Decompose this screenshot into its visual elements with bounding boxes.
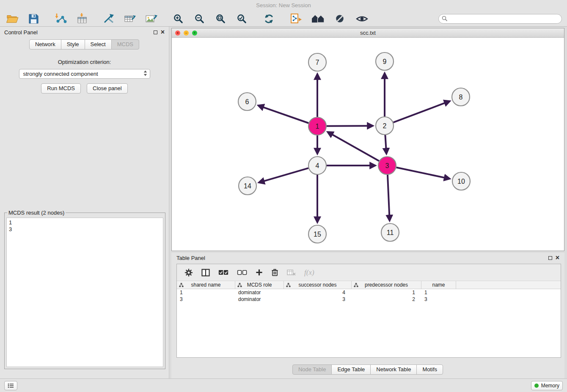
annotations-icon[interactable]: [333, 12, 347, 25]
right-column: × − + scc.txt 1234678910111415: [169, 27, 567, 378]
float-panel-icon[interactable]: [154, 30, 157, 34]
window-maximize-icon[interactable]: +: [192, 30, 197, 36]
show-hide-details-icon[interactable]: [355, 12, 369, 25]
list-icon: [8, 383, 14, 388]
zoom-in-icon[interactable]: [171, 12, 185, 25]
graph-edge-3-10[interactable]: [396, 168, 449, 179]
window-close-icon[interactable]: ×: [175, 30, 180, 36]
delete-column-trash-icon[interactable]: [271, 268, 278, 276]
table-toolbar: f(x): [177, 264, 561, 281]
tab-style[interactable]: Style: [61, 39, 85, 50]
graph-edge-1-2[interactable]: [327, 126, 372, 126]
column-header-mcds-role[interactable]: MCDS role: [235, 281, 284, 289]
apply-layout-icon[interactable]: [261, 12, 276, 25]
node-table-header-row: shared name MCDS rol: [177, 281, 561, 289]
table-settings-gear-icon[interactable]: [184, 268, 193, 277]
cell-name[interactable]: 1: [421, 290, 456, 295]
memory-button[interactable]: Memory: [531, 381, 563, 390]
table-panel-title: Table Panel: [176, 255, 205, 261]
table-row[interactable]: 3 dominator 3 2 3: [177, 296, 561, 303]
export-image-icon[interactable]: [144, 12, 158, 25]
search-input[interactable]: [438, 14, 562, 24]
network-canvas[interactable]: 1234678910111415: [172, 38, 564, 251]
mcds-result-value: 3: [9, 226, 161, 233]
cell-successor-nodes[interactable]: 4: [284, 290, 352, 295]
window-minimize-icon[interactable]: −: [184, 30, 189, 36]
add-column-plus-icon[interactable]: [256, 269, 263, 276]
column-function-icon: [237, 283, 242, 289]
graph-edge-1-6[interactable]: [259, 106, 308, 123]
tab-edge-table[interactable]: Edge Table: [331, 364, 371, 375]
tab-node-table[interactable]: Node Table: [292, 364, 332, 375]
cell-predecessor-nodes[interactable]: 1: [352, 290, 421, 295]
tab-select[interactable]: Select: [85, 39, 112, 50]
control-panel-title: Control Panel: [4, 29, 38, 36]
column-header-name[interactable]: name: [421, 281, 456, 289]
mcds-result-list[interactable]: 1 3: [6, 218, 163, 367]
open-folder-icon[interactable]: [5, 12, 19, 25]
graph-edge-3-1[interactable]: [329, 133, 379, 161]
graph-node-label: 1: [316, 123, 319, 130]
graph-edge-2-3[interactable]: [385, 135, 386, 152]
network-graph[interactable]: 1234678910111415: [172, 38, 564, 251]
cell-successor-nodes[interactable]: 3: [284, 296, 352, 302]
memory-label: Memory: [541, 383, 559, 389]
close-panel-button[interactable]: Close panel: [87, 83, 128, 94]
deselect-all-icon[interactable]: [237, 269, 247, 276]
column-label: MCDS role: [247, 282, 272, 288]
table-panel: Table Panel ×: [171, 253, 564, 378]
zoom-out-icon[interactable]: [192, 12, 206, 25]
function-builder-icon[interactable]: f(x): [304, 268, 314, 277]
network-window-titlebar[interactable]: × − + scc.txt: [172, 28, 564, 38]
tab-mcds[interactable]: MCDS: [111, 39, 139, 50]
column-function-icon: [179, 283, 184, 289]
tab-network-table[interactable]: Network Table: [370, 364, 417, 375]
mcds-result-fieldset: MCDS result (2 nodes) 1 3: [4, 210, 165, 369]
search-icon: [442, 16, 448, 23]
network-compare-icon[interactable]: [102, 12, 116, 25]
cell-predecessor-nodes[interactable]: 2: [352, 296, 421, 302]
graph-node-label: 11: [387, 229, 394, 236]
import-network-icon[interactable]: [53, 12, 68, 25]
run-mcds-button[interactable]: Run MCDS: [41, 83, 81, 94]
column-header-predecessor-nodes[interactable]: predecessor nodes: [352, 281, 421, 289]
mcds-result-value: 1: [9, 219, 161, 226]
home-icon[interactable]: [311, 12, 325, 25]
copy-style-icon[interactable]: [289, 12, 303, 25]
cell-name[interactable]: 3: [421, 296, 456, 302]
show-columns-icon[interactable]: [201, 269, 210, 276]
control-panel-tabs: Network Style Select MCDS: [0, 39, 169, 50]
tab-network[interactable]: Network: [29, 39, 61, 50]
export-table-icon[interactable]: [123, 12, 137, 25]
cell-mcds-role[interactable]: dominator: [235, 290, 284, 295]
graph-edge-3-11[interactable]: [388, 175, 390, 219]
close-panel-icon[interactable]: ×: [161, 30, 165, 34]
tab-motifs[interactable]: Motifs: [416, 364, 443, 375]
memory-status-icon: [534, 384, 539, 388]
session-title: Session: New Session: [256, 2, 311, 8]
save-session-icon[interactable]: [26, 12, 41, 25]
criterion-select[interactable]: strongly connected component: [19, 69, 150, 79]
zoom-selected-icon[interactable]: [234, 12, 249, 25]
column-function-icon: [286, 283, 291, 289]
cell-mcds-role[interactable]: dominator: [235, 296, 284, 302]
cell-shared-name[interactable]: 1: [177, 290, 235, 295]
status-menu-button[interactable]: [4, 381, 17, 390]
import-table-icon[interactable]: [74, 12, 89, 25]
graph-node-label: 3: [385, 162, 389, 169]
table-row[interactable]: 1 dominator 4 1 1: [177, 289, 561, 296]
column-header-shared-name[interactable]: shared name: [177, 281, 235, 289]
cell-shared-name[interactable]: 3: [177, 296, 235, 302]
status-bar: Memory: [0, 378, 567, 392]
window-titlebar: Session: New Session: [0, 0, 567, 11]
graph-edge-2-8[interactable]: [394, 102, 449, 122]
column-label: successor nodes: [298, 282, 336, 288]
graph-node-label: 2: [383, 122, 387, 130]
delete-table-icon[interactable]: [287, 269, 296, 276]
column-header-successor-nodes[interactable]: successor nodes: [284, 281, 352, 289]
select-all-icon[interactable]: [218, 269, 228, 276]
close-table-panel-icon[interactable]: ×: [556, 256, 559, 260]
graph-edge-4-14[interactable]: [260, 168, 308, 182]
float-table-panel-icon[interactable]: [548, 256, 552, 260]
zoom-fit-icon[interactable]: [213, 12, 228, 25]
